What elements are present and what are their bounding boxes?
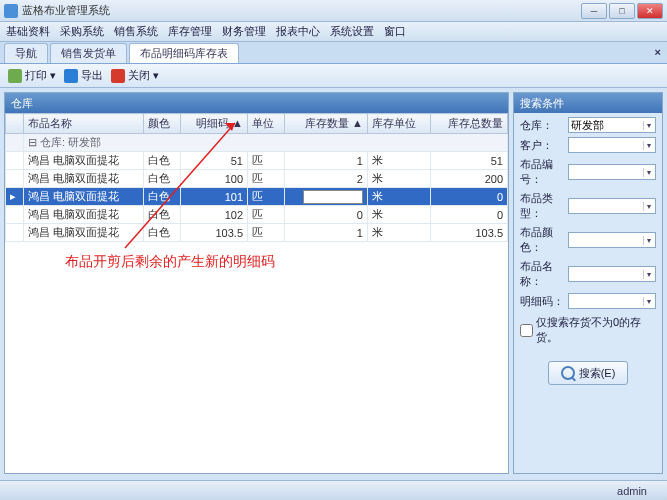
data-grid[interactable]: 布品名称 颜色 明细码 ▲ 单位 库存数量 ▲ 库存单位 库存总数量 ⊟ 仓库:… [5,113,508,473]
search-field-detail: 明细码：▾ [520,293,656,309]
dropdown-icon[interactable]: ▾ [643,236,653,245]
search-panel-title: 搜索条件 [514,93,662,113]
search-button[interactable]: 搜索(E) [548,361,628,385]
menu-item[interactable]: 报表中心 [276,24,320,39]
menu-item[interactable]: 销售系统 [114,24,158,39]
menu-item[interactable]: 采购系统 [60,24,104,39]
app-icon [4,4,18,18]
qty-input[interactable] [303,190,363,204]
color-input[interactable]: ▾ [568,232,656,248]
only-nonzero-checkbox[interactable]: 仅搜索存货不为0的存货。 [520,315,656,345]
group-row[interactable]: ⊟ 仓库: 研发部 [6,134,508,152]
name-input[interactable]: ▾ [568,266,656,282]
menu-item[interactable]: 系统设置 [330,24,374,39]
export-icon [64,69,78,83]
export-button[interactable]: 导出 [64,68,103,83]
dropdown-icon[interactable]: ▾ [643,270,653,279]
grid-panel: 仓库 布品名称 颜色 明细码 ▲ 单位 库存数量 ▲ 库存单位 库存总数量 ⊟ … [4,92,509,474]
close-button[interactable]: ✕ [637,3,663,19]
dropdown-icon[interactable]: ▾ [643,141,653,150]
search-field-type: 布品类型：▾ [520,191,656,221]
menu-item[interactable]: 库存管理 [168,24,212,39]
tab[interactable]: 导航 [4,43,48,63]
maximize-button[interactable]: □ [609,3,635,19]
menu-item[interactable]: 财务管理 [222,24,266,39]
title-bar: 蓝格布业管理系统 ─ □ ✕ [0,0,667,22]
type-input[interactable]: ▾ [568,198,656,214]
table-row[interactable]: 鸿昌 电脑双面提花白色100匹2米200 [6,170,508,188]
search-icon [561,366,575,380]
print-button[interactable]: 打印 ▾ [8,68,56,83]
column-headers[interactable]: 布品名称 颜色 明细码 ▲ 单位 库存数量 ▲ 库存单位 库存总数量 [6,114,508,134]
tab-bar: 导航销售发货单布品明细码库存表× [0,42,667,64]
status-bar: admin [0,480,667,500]
table-row[interactable]: 鸿昌 电脑双面提花白色51匹1米51 [6,152,508,170]
dropdown-icon[interactable]: ▾ [643,121,653,130]
search-field-code: 布品编号：▾ [520,157,656,187]
menu-item[interactable]: 基础资料 [6,24,50,39]
table-row[interactable]: 鸿昌 电脑双面提花白色102匹0米0 [6,206,508,224]
dropdown-icon[interactable]: ▾ [643,202,653,211]
warehouse-input[interactable]: 研发部▾ [568,117,656,133]
detail-input[interactable]: ▾ [568,293,656,309]
search-panel: 搜索条件 仓库：研发部▾客户：▾布品编号：▾布品类型：▾布品颜色：▾布品名称：▾… [513,92,663,474]
tab[interactable]: 布品明细码库存表 [129,43,239,63]
annotation-text: 布品开剪后剩余的产生新的明细码 [65,253,275,271]
code-input[interactable]: ▾ [568,164,656,180]
tab[interactable]: 销售发货单 [50,43,127,63]
warehouse-header: 仓库 [5,93,508,113]
table-row[interactable]: ▸鸿昌 电脑双面提花白色101匹米0 [6,188,508,206]
minimize-button[interactable]: ─ [581,3,607,19]
menu-item[interactable]: 窗口 [384,24,406,39]
dropdown-icon[interactable]: ▾ [643,297,653,306]
search-field-color: 布品颜色：▾ [520,225,656,255]
search-field-name: 布品名称：▾ [520,259,656,289]
status-user: admin [617,485,647,497]
close-tab-button[interactable]: 关闭 ▾ [111,68,159,83]
window-controls: ─ □ ✕ [581,3,663,19]
search-field-customer: 客户：▾ [520,137,656,153]
close-icon [111,69,125,83]
tab-close-icon[interactable]: × [655,46,661,58]
toolbar: 打印 ▾ 导出 关闭 ▾ [0,64,667,88]
search-field-warehouse: 仓库：研发部▾ [520,117,656,133]
menu-bar: 基础资料采购系统销售系统库存管理财务管理报表中心系统设置窗口 [0,22,667,42]
app-title: 蓝格布业管理系统 [22,3,581,18]
dropdown-icon[interactable]: ▾ [643,168,653,177]
print-icon [8,69,22,83]
table-row[interactable]: 鸿昌 电脑双面提花白色103.5匹1米103.5 [6,224,508,242]
customer-input[interactable]: ▾ [568,137,656,153]
